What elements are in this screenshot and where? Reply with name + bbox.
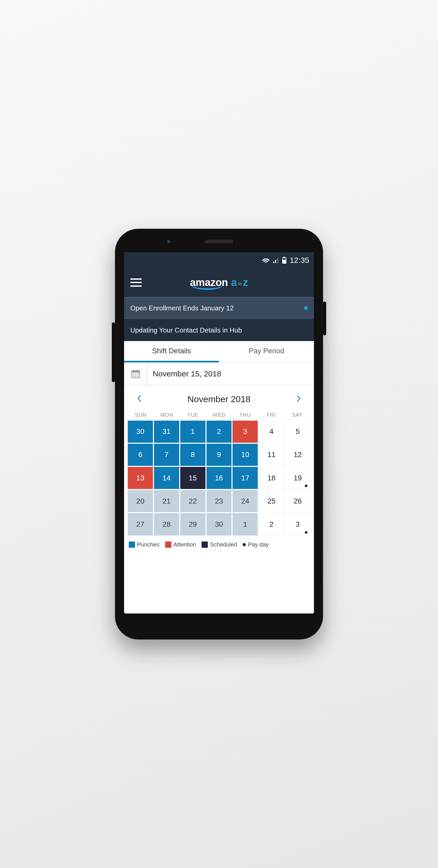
- legend-label: Attention: [174, 541, 196, 548]
- calendar-day[interactable]: 17: [233, 467, 258, 489]
- phone-frame: 12:35 amazon a to z Open Enrollment Ends…: [115, 229, 323, 640]
- calendar-day[interactable]: 3: [285, 513, 310, 535]
- banner-open-enrollment[interactable]: Open Enrollment Ends January 12: [124, 297, 314, 319]
- legend-payday: Pay day: [243, 541, 269, 548]
- month-navigation: November 2018: [124, 385, 314, 410]
- dot-icon: [243, 543, 246, 546]
- date-row: November 15, 2018: [124, 363, 314, 385]
- weekday-label: WED: [206, 412, 232, 418]
- calendar-day[interactable]: 3: [233, 421, 258, 443]
- status-bar: 12:35: [124, 252, 314, 268]
- calendar-day[interactable]: 30: [206, 513, 232, 535]
- calendar-day[interactable]: 28: [154, 513, 179, 535]
- calendar-day[interactable]: 21: [154, 490, 179, 512]
- legend-scheduled: Scheduled: [202, 541, 237, 548]
- calendar-day[interactable]: 15: [180, 467, 205, 489]
- svg-rect-3: [137, 370, 138, 372]
- battery-icon: [282, 257, 287, 264]
- calendar-day[interactable]: 16: [206, 467, 232, 489]
- logo-to: to: [238, 282, 242, 286]
- calendar-day[interactable]: 1: [180, 421, 205, 443]
- calendar-day[interactable]: 25: [259, 490, 284, 512]
- calendar-day[interactable]: 2: [259, 513, 284, 535]
- calendar-day[interactable]: 20: [128, 490, 153, 512]
- calendar-grid: 3031123456789101112131415161718192021222…: [124, 421, 314, 535]
- calendar-day[interactable]: 7: [154, 444, 179, 466]
- logo-amazon: amazon: [190, 277, 228, 288]
- calendar-day[interactable]: 4: [259, 421, 284, 443]
- month-title: November 2018: [187, 394, 251, 404]
- calendar-day[interactable]: 14: [154, 467, 179, 489]
- app-header: amazon a to z: [124, 268, 314, 297]
- calendar-day[interactable]: 6: [128, 444, 153, 466]
- calendar-day[interactable]: 1: [233, 513, 258, 535]
- prev-month-button[interactable]: [135, 393, 144, 406]
- square-icon: [202, 541, 208, 548]
- svg-rect-2: [134, 370, 135, 372]
- weekday-label: THU: [232, 412, 258, 418]
- calendar-day[interactable]: 11: [259, 444, 284, 466]
- legend-label: Scheduled: [210, 541, 237, 548]
- menu-button[interactable]: [130, 278, 142, 287]
- calendar-day[interactable]: 26: [285, 490, 310, 512]
- weekday-label: TUE: [180, 412, 206, 418]
- app-logo: amazon a to z: [190, 277, 248, 288]
- tab-pay-period[interactable]: Pay Period: [219, 341, 314, 362]
- wifi-icon: [262, 257, 269, 263]
- legend-label: Punches: [137, 541, 159, 548]
- calendar-day[interactable]: 18: [259, 467, 284, 489]
- payday-dot-icon: [305, 531, 308, 534]
- calendar-day[interactable]: 27: [128, 513, 153, 535]
- cell-signal-icon: [272, 257, 279, 263]
- calendar-day[interactable]: 2: [206, 421, 232, 443]
- payday-dot-icon: [305, 485, 308, 487]
- tabs: Shift Details Pay Period: [124, 341, 314, 363]
- calendar-day[interactable]: 30: [128, 421, 153, 443]
- calendar-day[interactable]: 9: [206, 444, 232, 466]
- weekday-header: SUNMONTUEWEDTHUFRISAT: [124, 410, 314, 421]
- svg-rect-4: [133, 374, 134, 375]
- tab-shift-details[interactable]: Shift Details: [124, 341, 219, 362]
- screen: 12:35 amazon a to z Open Enrollment Ends…: [124, 252, 314, 614]
- weekday-label: FRI: [258, 412, 284, 418]
- logo-z: z: [243, 277, 248, 288]
- calendar-day[interactable]: 31: [154, 421, 179, 443]
- legend-label: Pay day: [248, 541, 269, 548]
- square-icon: [165, 541, 171, 548]
- legend-punches: Punches: [129, 541, 159, 548]
- next-month-button[interactable]: [294, 393, 303, 406]
- banner-contact-details[interactable]: Updating Your Contact Details in Hub: [124, 319, 314, 341]
- status-time: 12:35: [290, 256, 309, 265]
- calendar-day[interactable]: 12: [285, 444, 310, 466]
- calendar-day[interactable]: 5: [285, 421, 310, 443]
- legend: Punches Attention Scheduled Pay day: [124, 535, 314, 554]
- calendar-day[interactable]: 23: [206, 490, 232, 512]
- power-button: [323, 302, 326, 335]
- svg-rect-8: [135, 376, 136, 377]
- svg-rect-6: [137, 374, 138, 375]
- weekday-label: SUN: [128, 412, 154, 418]
- calendar-day[interactable]: 24: [233, 490, 258, 512]
- calendar-day[interactable]: 29: [180, 513, 205, 535]
- weekday-label: SAT: [284, 412, 310, 418]
- calendar-day[interactable]: 22: [180, 490, 205, 512]
- legend-attention: Attention: [165, 541, 196, 548]
- svg-rect-1: [132, 371, 140, 373]
- logo-a: a: [231, 277, 237, 288]
- weekday-label: MON: [154, 412, 180, 418]
- banner-text: Open Enrollment Ends January 12: [130, 304, 234, 312]
- svg-rect-5: [135, 374, 136, 375]
- banner-text: Updating Your Contact Details in Hub: [130, 326, 242, 334]
- calendar-icon[interactable]: [124, 363, 147, 385]
- calendar-day[interactable]: 19: [285, 467, 310, 489]
- volume-button: [112, 322, 115, 382]
- calendar-day[interactable]: 13: [128, 467, 153, 489]
- calendar-day[interactable]: 10: [233, 444, 258, 466]
- unread-indicator-icon: [304, 306, 308, 310]
- svg-rect-7: [133, 376, 134, 377]
- square-icon: [129, 541, 135, 548]
- calendar-day[interactable]: 8: [180, 444, 205, 466]
- selected-date[interactable]: November 15, 2018: [147, 363, 314, 385]
- svg-rect-9: [137, 376, 138, 377]
